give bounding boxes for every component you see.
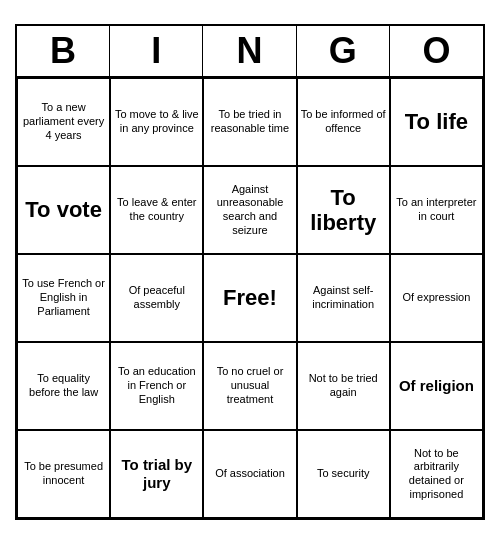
bingo-cell-14: Of expression <box>390 254 483 342</box>
bingo-cell-17: To no cruel or unusual treatment <box>203 342 296 430</box>
bingo-cell-9: To an interpreter in court <box>390 166 483 254</box>
bingo-card: BINGO To a new parliament every 4 yearsT… <box>15 24 485 520</box>
bingo-cell-19: Of religion <box>390 342 483 430</box>
bingo-header-I: I <box>110 26 203 76</box>
bingo-cell-4: To life <box>390 78 483 166</box>
bingo-cell-3: To be informed of offence <box>297 78 390 166</box>
bingo-cell-11: Of peaceful assembly <box>110 254 203 342</box>
bingo-cell-0: To a new parliament every 4 years <box>17 78 110 166</box>
bingo-cell-16: To an education in French or English <box>110 342 203 430</box>
bingo-header-O: O <box>390 26 483 76</box>
bingo-cell-2: To be tried in reasonable time <box>203 78 296 166</box>
bingo-header-B: B <box>17 26 110 76</box>
bingo-cell-12: Free! <box>203 254 296 342</box>
bingo-grid: To a new parliament every 4 yearsTo move… <box>17 78 483 518</box>
bingo-cell-23: To security <box>297 430 390 518</box>
bingo-cell-22: Of association <box>203 430 296 518</box>
bingo-cell-13: Against self-incrimination <box>297 254 390 342</box>
bingo-cell-18: Not to be tried again <box>297 342 390 430</box>
bingo-cell-6: To leave & enter the country <box>110 166 203 254</box>
bingo-header-N: N <box>203 26 296 76</box>
bingo-cell-7: Against unreasonable search and seizure <box>203 166 296 254</box>
bingo-cell-5: To vote <box>17 166 110 254</box>
bingo-header-G: G <box>297 26 390 76</box>
bingo-cell-10: To use French or English in Parliament <box>17 254 110 342</box>
bingo-header: BINGO <box>17 26 483 78</box>
bingo-cell-8: To liberty <box>297 166 390 254</box>
bingo-cell-24: Not to be arbitrarily detained or impris… <box>390 430 483 518</box>
bingo-cell-21: To trial by jury <box>110 430 203 518</box>
bingo-cell-20: To be presumed innocent <box>17 430 110 518</box>
bingo-cell-1: To move to & live in any province <box>110 78 203 166</box>
bingo-cell-15: To equality before the law <box>17 342 110 430</box>
